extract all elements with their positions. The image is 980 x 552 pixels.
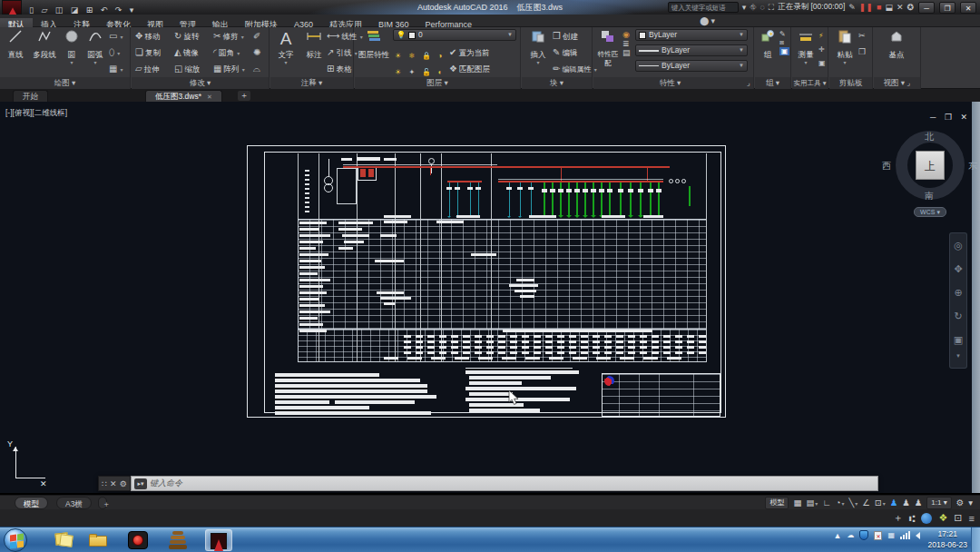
tab-close-icon[interactable]: ✕ [207,94,212,100]
start-tab[interactable]: 开始 [13,90,48,102]
help-icon[interactable]: ✪ [906,1,914,14]
viewcube-south-label[interactable]: 南 [925,190,934,202]
doc-close-icon[interactable]: ✕ [960,113,967,122]
wcs-dropdown[interactable]: WCS ▾ [914,207,946,217]
layer-lock-icon[interactable]: 🔒 [422,52,430,60]
recent-commands-icon[interactable]: ▸▾ [134,478,147,489]
polar-tracking-icon[interactable]: ◔▾ [836,496,845,511]
isometric-drafting-icon[interactable]: ∠ [862,496,870,510]
table-tool[interactable]: ⊞表格 [327,62,351,76]
rotate-tool[interactable]: ↻旋转 [174,29,199,44]
showmotion-icon[interactable]: ▣ [950,328,966,351]
close-button[interactable]: ✕ [960,2,976,14]
cloud-tray-icon[interactable]: ☁ [847,531,854,539]
network-signal-icon[interactable] [900,531,910,539]
panel-footer-properties[interactable]: 特性 ▾ ⌟ [593,77,753,89]
signin-icon[interactable]: ⛗ [750,1,756,14]
layer-unlock-icon[interactable]: 🔓 [422,68,430,76]
layer-on-icon[interactable]: ☀ [394,68,402,76]
circle-tool[interactable]: 圆 ▾ [60,28,83,75]
a3-layout-tab[interactable]: A3横 [56,497,92,509]
doc-restore-icon[interactable]: ❐ [945,113,952,122]
drawing-viewport[interactable]: [-][俯视][二维线框] ─ ❐ ✕ 北 西 东 南 上 WCS ▾ ◎ ✥ … [0,102,980,493]
close-recorder-icon[interactable]: ✕ [897,1,904,14]
color-sphere-icon[interactable]: ◉ [622,30,632,39]
edit-attributes-tool[interactable]: ✏编辑属性 ▾ [553,62,597,76]
edit-block-tool[interactable]: ✎编辑 [553,45,577,60]
viewcube-west-label[interactable]: 西 [882,160,891,172]
panel-footer-groups[interactable]: 组 ▾ [755,77,790,89]
panel-footer-draw[interactable]: 绘图 ▾ [0,77,130,89]
search-dropdown-icon[interactable]: ▾ [742,1,747,14]
show-desktop-button[interactable] [971,527,980,552]
record-pause-icon[interactable]: ❚❚ [859,1,873,14]
security-shield-icon[interactable] [859,530,868,540]
lineweight-list-icon[interactable]: ≣ [622,39,632,48]
orbit-icon[interactable]: ↻ [950,304,966,328]
copy-clip-icon[interactable]: ❐ [858,47,866,56]
scale-value-dropdown[interactable]: 1:1 ▾ [926,497,951,509]
leader-tool[interactable]: ↗引线 ▾ [327,45,358,60]
line-tool[interactable]: 直线 [2,28,29,75]
grid-display-icon[interactable]: ▦ [793,496,801,510]
annotation-scale-icon[interactable]: ♟ [915,496,923,510]
ungroup-icon[interactable]: ✎ [779,30,789,38]
viewcube-north-label[interactable]: 北 [925,131,934,143]
move-tool[interactable]: ✥移动 [135,29,160,44]
navbar-menu-icon[interactable]: ▾ [950,351,966,364]
lineweight-combo[interactable]: ByLayer▼ [635,44,748,56]
object-snap-icon[interactable]: ⊡▾ [875,496,886,511]
layer-freeze-icon[interactable]: ❄ [407,52,416,60]
point-icon[interactable]: ✛ [818,45,826,54]
dimension-tool[interactable]: 标注 [300,28,328,75]
create-block-tool[interactable]: ❒创建 [553,29,578,44]
add-layout-button[interactable]: ＋ [98,497,107,509]
pencil-icon[interactable]: ✎ [848,1,856,14]
panel-footer-annotation[interactable]: 注释 ▾ [270,77,353,89]
show-hidden-icons[interactable]: ▲ [834,531,842,540]
drawing-sheet[interactable] [247,145,726,418]
command-line-handle[interactable]: ∷ ✕ ⚙ [98,476,131,491]
object-snap-tracking-icon[interactable]: ╲▾ [848,496,858,511]
erase-tool[interactable]: ✐ [253,29,262,44]
arc-tool[interactable]: 圆弧 ▾ [83,28,107,75]
polyline-tool[interactable]: 多段线 [29,28,60,75]
explode-tool[interactable]: ✺ [253,45,262,60]
insert-block-tool[interactable]: 插入▾ [524,28,552,75]
document-tab[interactable]: 低压图3.dws*✕ [145,90,222,102]
set-current-layer-tool[interactable]: ✔置为当前 [449,45,489,60]
status-overflow-icon[interactable]: ▾ [968,496,973,510]
layer-select-combo[interactable]: 💡 0▼ [393,29,516,41]
help-search-input[interactable]: 键入关键字或短语 [668,2,739,13]
text-tool[interactable]: A 文字▾ [272,28,299,75]
snap-mode-icon[interactable]: ▤▾ [806,496,818,511]
record-stop-icon[interactable]: ■ [877,1,881,14]
linetype-list-icon[interactable]: ▤ [622,48,632,57]
ortho-mode-icon[interactable]: ∟ [822,496,830,510]
volume-icon[interactable] [916,532,920,539]
stretch-tool[interactable]: ▱拉伸 [135,62,160,76]
doc-minimize-icon[interactable]: ─ [930,113,936,122]
panel-footer-modify[interactable]: 修改 ▾ [132,77,269,89]
cut-icon[interactable]: ✂ [858,31,866,40]
command-close-icon[interactable]: ✕ [110,479,117,488]
annotation-visibility-icon[interactable]: ♟ [890,496,898,510]
taskbar-autocad-active[interactable] [205,529,232,551]
customize-wrench-icon[interactable]: ⚙ [120,479,127,488]
base-point-tool[interactable]: 基点 [883,28,910,75]
model-layout-tab[interactable]: 模型 [15,497,48,509]
panel-footer-block[interactable]: 块 ▾ [522,77,592,89]
pan-icon[interactable]: ✥ [950,257,966,281]
command-input[interactable]: ▸▾ 键入命令 [131,476,878,491]
group-tool[interactable]: ✶ 组 [757,28,779,75]
minimize-button[interactable]: ─ [918,2,935,14]
trim-tool[interactable]: ✂修剪 ▾ [213,29,244,44]
add-scale-icon[interactable]: ＋ [893,511,903,525]
array-tool[interactable]: ▦阵列 ▾ [213,62,245,76]
viewport-controls-label[interactable]: [-][俯视][二维线框] [5,108,67,119]
layer-walk-icon[interactable]: ◐ [436,68,444,76]
layer-off-icon[interactable]: ☀ [394,52,402,60]
offset-tool[interactable]: ⌓ [253,62,262,76]
taskbar-clock[interactable]: 17:21 2018-06-23 [928,528,967,550]
quick-select-icon[interactable]: ⚡ [818,32,826,40]
